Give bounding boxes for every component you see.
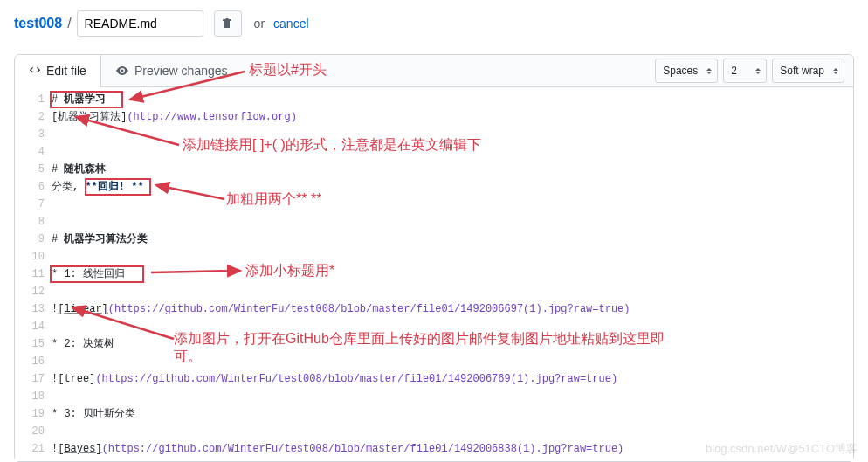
code-line[interactable]: # 随机森林 xyxy=(52,161,853,178)
tab-preview-label: Preview changes xyxy=(134,64,228,78)
cancel-link[interactable]: cancel xyxy=(273,17,308,31)
copy-path-button[interactable] xyxy=(214,10,242,37)
code-icon xyxy=(29,65,41,77)
code-line[interactable]: * 1: 线性回归 xyxy=(52,265,853,283)
tab-edit-file[interactable]: Edit file xyxy=(15,55,101,86)
tab-preview-changes[interactable]: Preview changes xyxy=(101,55,242,86)
code-line[interactable]: 分类, **回归! ** xyxy=(52,178,853,196)
breadcrumb: test008 / or cancel xyxy=(0,0,868,47)
line-gutter: 123456789101112131415161718192021 xyxy=(15,87,52,461)
code-editor[interactable]: 123456789101112131415161718192021 标题以#开头… xyxy=(15,87,853,461)
indent-size-select[interactable]: 2 xyxy=(723,59,767,83)
eye-icon xyxy=(115,65,129,77)
indent-mode-select[interactable]: Spaces xyxy=(655,59,718,83)
code-line[interactable] xyxy=(52,283,853,300)
path-separator: / xyxy=(67,16,71,31)
tabs-row: Edit file Preview changes Spaces 2 Soft … xyxy=(15,55,853,87)
code-line[interactable]: # 机器学习算法分类 xyxy=(52,231,853,248)
code-line[interactable] xyxy=(52,318,853,335)
watermark: blog.csdn.net/W@51CTO博客 xyxy=(706,441,858,457)
code-line[interactable]: # 机器学习 xyxy=(52,91,853,108)
clipboard-icon xyxy=(222,17,234,30)
code-line[interactable]: ![tree](https://github.com/WinterFu/test… xyxy=(52,370,853,388)
code-line[interactable] xyxy=(52,388,853,405)
code-line[interactable] xyxy=(52,423,853,440)
filename-input[interactable] xyxy=(77,10,203,37)
code-line[interactable] xyxy=(52,248,853,265)
tab-edit-label: Edit file xyxy=(46,64,86,78)
code-line[interactable] xyxy=(52,353,853,370)
repo-link[interactable]: test008 xyxy=(14,16,62,31)
code-line[interactable] xyxy=(52,143,853,161)
editor-container: Edit file Preview changes Spaces 2 Soft … xyxy=(14,54,854,462)
code-line[interactable]: [机器学习算法](http://www.tensorflow.org) xyxy=(52,108,853,126)
code-lines[interactable]: 标题以#开头 添加链接用[ ]+( )的形式，注意都是在英文编辑下 加粗用两个*… xyxy=(52,87,853,461)
code-line[interactable]: * 3: 贝叶斯分类 xyxy=(52,405,853,423)
code-line[interactable] xyxy=(52,196,853,213)
code-line[interactable]: ![linear](https://github.com/WinterFu/te… xyxy=(52,300,853,318)
code-line[interactable] xyxy=(52,126,853,143)
code-line[interactable]: * 2: 决策树 xyxy=(52,335,853,353)
code-line[interactable] xyxy=(52,213,853,231)
or-text: or xyxy=(254,17,265,31)
wrap-mode-select[interactable]: Soft wrap xyxy=(772,59,844,83)
